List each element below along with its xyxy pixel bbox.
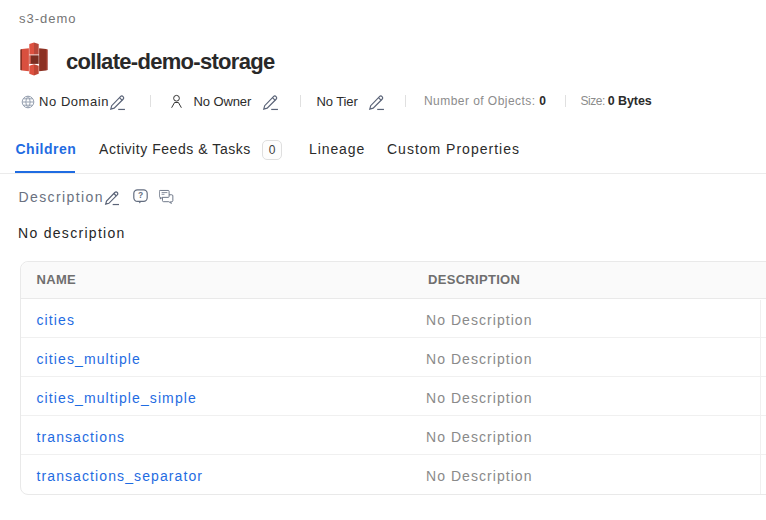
svg-text:?: ? — [138, 190, 143, 200]
